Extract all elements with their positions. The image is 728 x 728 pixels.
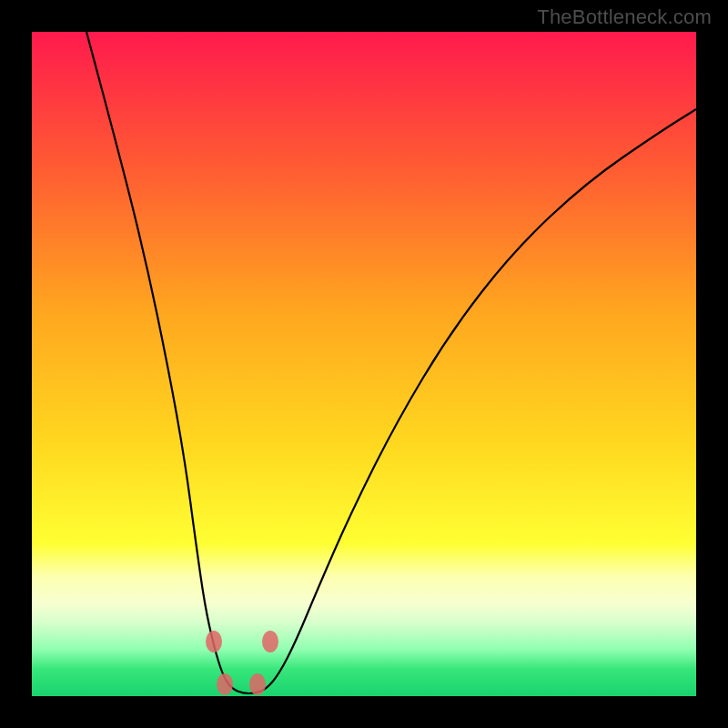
curve-marker — [206, 631, 222, 652]
gradient-background — [32, 32, 696, 696]
chart-frame: TheBottleneck.com — [0, 0, 728, 728]
curve-marker — [249, 673, 266, 695]
watermark-text: TheBottleneck.com — [537, 5, 712, 29]
curve-marker — [262, 631, 278, 652]
chart-svg — [32, 32, 696, 696]
plot-area — [32, 32, 696, 696]
curve-marker — [217, 673, 233, 695]
